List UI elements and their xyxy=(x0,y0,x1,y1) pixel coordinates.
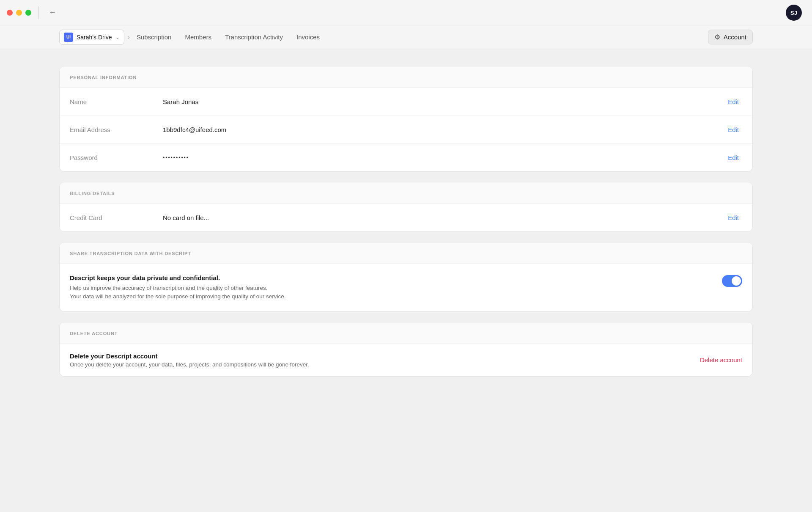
nav-link-subscription[interactable]: Subscription xyxy=(137,32,172,42)
email-value: 1bb9dfc4@uifeed.com xyxy=(163,126,724,133)
breadcrumb-chevron-icon: › xyxy=(128,33,130,41)
toggle-track[interactable] xyxy=(722,275,742,287)
email-label: Email Address xyxy=(70,126,163,133)
email-edit-button[interactable]: Edit xyxy=(724,124,742,135)
credit-card-row: Credit Card No card on file... Edit xyxy=(60,204,752,231)
nav-link-transcription-activity[interactable]: Transcription Activity xyxy=(225,32,283,42)
share-transcription-toggle-title: Descript keeps your data private and con… xyxy=(70,274,715,281)
window-controls xyxy=(7,10,31,16)
account-button-label: Account xyxy=(724,33,746,41)
toggle-thumb xyxy=(732,276,741,286)
gear-icon: ⚙ xyxy=(714,33,720,41)
maximize-button[interactable] xyxy=(25,10,31,16)
main-content: PERSONAL INFORMATION Name Sarah Jonas Ed… xyxy=(0,49,812,404)
share-transcription-desc1: Help us improve the accuracy of transcri… xyxy=(70,284,715,292)
share-transcription-header: SHARE TRANSCRIPTION DATA WITH DESCRIPT xyxy=(60,242,752,264)
share-transcription-row: Descript keeps your data private and con… xyxy=(60,264,752,311)
billing-details-header: BILLING DETAILS xyxy=(60,182,752,204)
share-transcription-card: SHARE TRANSCRIPTION DATA WITH DESCRIPT D… xyxy=(59,242,753,312)
name-value: Sarah Jonas xyxy=(163,98,724,105)
share-transcription-toggle[interactable] xyxy=(722,275,742,287)
name-row: Name Sarah Jonas Edit xyxy=(60,88,752,116)
delete-account-header: DELETE ACCOUNT xyxy=(60,322,752,344)
account-button[interactable]: ⚙ Account xyxy=(708,30,753,44)
password-label: Password xyxy=(70,154,163,161)
credit-card-edit-button[interactable]: Edit xyxy=(724,212,742,223)
drive-chevron-icon: ⌄ xyxy=(115,34,120,40)
drive-selector[interactable]: UI Sarah's Drive ⌄ xyxy=(59,30,124,45)
share-transcription-title: SHARE TRANSCRIPTION DATA WITH DESCRIPT xyxy=(70,251,191,256)
credit-card-label: Credit Card xyxy=(70,214,163,221)
name-label: Name xyxy=(70,98,163,105)
name-edit-button[interactable]: Edit xyxy=(724,96,742,107)
titlebar: ← SJ xyxy=(0,0,812,25)
personal-information-header: PERSONAL INFORMATION xyxy=(60,66,752,88)
back-button[interactable]: ← xyxy=(45,6,60,19)
delete-account-button[interactable]: Delete account xyxy=(700,356,742,363)
password-edit-button[interactable]: Edit xyxy=(724,152,742,163)
minimize-button[interactable] xyxy=(16,10,22,16)
billing-details-card: BILLING DETAILS Credit Card No card on f… xyxy=(59,182,753,232)
close-button[interactable] xyxy=(7,10,13,16)
personal-information-title: PERSONAL INFORMATION xyxy=(70,75,137,80)
delete-text-block: Delete your Descript account Once you de… xyxy=(70,352,700,368)
share-transcription-desc2: Your data will be analyzed for the sole … xyxy=(70,292,715,301)
password-row: Password •••••••••• Edit xyxy=(60,144,752,171)
delete-account-row: Delete your Descript account Once you de… xyxy=(60,344,752,376)
delete-account-card: DELETE ACCOUNT Delete your Descript acco… xyxy=(59,322,753,377)
avatar: SJ xyxy=(786,5,802,21)
nav-link-invoices[interactable]: Invoices xyxy=(296,32,320,42)
navbar: UI Sarah's Drive ⌄ › Subscription Member… xyxy=(0,25,812,49)
drive-name: Sarah's Drive xyxy=(77,34,112,41)
drive-icon: UI xyxy=(64,33,73,42)
credit-card-value: No card on file... xyxy=(163,214,724,221)
billing-details-title: BILLING DETAILS xyxy=(70,191,115,196)
delete-account-heading: Delete your Descript account xyxy=(70,352,700,360)
share-transcription-text: Descript keeps your data private and con… xyxy=(70,274,715,301)
personal-information-card: PERSONAL INFORMATION Name Sarah Jonas Ed… xyxy=(59,66,753,172)
delete-account-title: DELETE ACCOUNT xyxy=(70,331,118,336)
delete-account-desc: Once you delete your account, your data,… xyxy=(70,361,700,368)
nav-links: Subscription Members Transcription Activ… xyxy=(137,32,708,42)
password-value: •••••••••• xyxy=(163,155,724,161)
titlebar-divider xyxy=(38,6,38,19)
nav-link-members[interactable]: Members xyxy=(185,32,211,42)
email-row: Email Address 1bb9dfc4@uifeed.com Edit xyxy=(60,116,752,144)
